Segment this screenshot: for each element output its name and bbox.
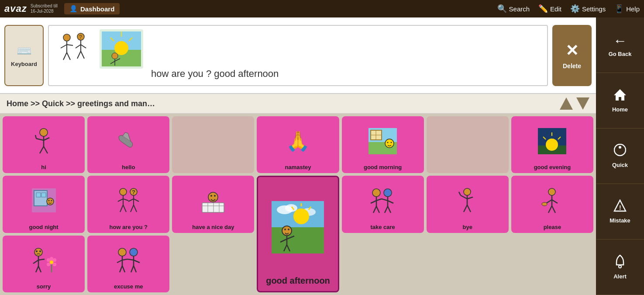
svg-line-63 xyxy=(134,205,137,212)
svg-line-111 xyxy=(552,200,558,203)
alert-icon xyxy=(614,254,626,271)
word-cell-please[interactable]: please xyxy=(511,176,593,233)
good-evening-label: good evening xyxy=(534,164,571,170)
settings-icon: ⚙️ xyxy=(570,4,580,14)
settings-nav-item[interactable]: ⚙️ Settings xyxy=(570,4,606,14)
svg-point-49 xyxy=(48,200,49,201)
svg-point-131 xyxy=(118,248,126,256)
subscribed-date: 16-Jul-2028 xyxy=(31,9,58,14)
svg-line-94 xyxy=(376,206,379,213)
svg-line-112 xyxy=(548,206,552,213)
edit-label: Edit xyxy=(550,5,561,13)
good-morning-label: good morning xyxy=(364,164,402,170)
main-layout: ⌨️ Keyboard xyxy=(0,17,644,295)
svg-line-100 xyxy=(388,206,391,213)
svg-point-124 xyxy=(50,257,53,260)
word-cell-how-are-you[interactable]: ? how are you ? xyxy=(87,176,169,233)
good-afternoon-expanded-label: good afternoon xyxy=(266,276,330,286)
svg-point-128 xyxy=(47,263,50,266)
word-cell-good-evening[interactable]: good evening xyxy=(511,116,593,173)
sorry-label: sorry xyxy=(37,283,51,290)
svg-line-93 xyxy=(373,206,376,213)
keyboard-icon: ⌨️ xyxy=(17,44,32,58)
sentence-bar: ⌨️ Keyboard xyxy=(0,17,596,94)
svg-line-121 xyxy=(36,266,38,272)
go-back-button[interactable]: ← Go Back xyxy=(596,17,644,73)
mistake-icon: ! xyxy=(613,199,627,215)
search-nav-item[interactable]: 🔍 Search xyxy=(497,4,530,14)
word-cell-excuse-me[interactable]: excuse me xyxy=(87,236,169,292)
hello-icon xyxy=(89,119,168,163)
scroll-down-arrow[interactable] xyxy=(576,97,589,110)
right-sidebar: ← Go Back Home Quick xyxy=(596,17,644,295)
top-bar: avaz Subscribed till 16-Jul-2028 👤 Dashb… xyxy=(0,0,644,17)
svg-line-97 xyxy=(382,199,388,201)
svg-line-105 xyxy=(467,197,473,199)
svg-rect-46 xyxy=(36,193,41,197)
svg-point-115 xyxy=(34,248,42,256)
word-cell-hi[interactable]: hi xyxy=(3,116,85,173)
svg-point-114 xyxy=(542,202,547,206)
svg-marker-143 xyxy=(614,89,626,101)
quick-button[interactable]: Quick xyxy=(596,128,644,184)
word-cell-sorry[interactable]: sorry xyxy=(3,236,85,292)
word-cell-hello[interactable]: hello xyxy=(87,116,169,173)
svg-line-56 xyxy=(123,205,126,212)
svg-line-140 xyxy=(134,260,140,263)
home-label: Home xyxy=(612,106,628,113)
good-afternoon-expanded-icon xyxy=(260,180,336,275)
sorry-icon xyxy=(4,238,83,282)
scroll-up-arrow[interactable] xyxy=(560,97,573,110)
word-cell-good-morning[interactable]: good morning xyxy=(342,116,424,173)
svg-point-101 xyxy=(464,188,471,195)
word-cell-take-care[interactable]: take care xyxy=(342,176,424,233)
svg-line-142 xyxy=(134,266,136,272)
svg-point-69 xyxy=(293,208,309,224)
mistake-button[interactable]: ! Mistake xyxy=(596,184,644,239)
alert-button[interactable]: Alert xyxy=(596,239,644,295)
edit-icon: ✏️ xyxy=(538,4,548,14)
svg-line-133 xyxy=(117,260,122,263)
svg-point-144 xyxy=(614,144,626,156)
svg-text:?: ? xyxy=(79,34,82,40)
svg-line-4 xyxy=(63,52,67,60)
svg-line-134 xyxy=(122,259,127,260)
svg-point-127 xyxy=(47,258,50,262)
sentence-area[interactable]: ? xyxy=(48,25,548,86)
good-night-icon xyxy=(4,178,83,222)
svg-point-35 xyxy=(385,139,394,148)
word-cell-bye[interactable]: bye xyxy=(427,176,509,233)
svg-line-122 xyxy=(38,266,41,272)
svg-line-3 xyxy=(67,45,73,45)
svg-line-141 xyxy=(131,266,134,272)
svg-point-15 xyxy=(114,41,128,55)
svg-line-60 xyxy=(128,199,134,201)
word-cell-good-afternoon-expanded[interactable]: good afternoon xyxy=(257,176,339,292)
mistake-label: Mistake xyxy=(610,217,630,224)
svg-point-37 xyxy=(391,142,392,143)
home-button[interactable]: Home xyxy=(596,73,644,128)
svg-rect-64 xyxy=(272,225,324,253)
keyboard-button[interactable]: ⌨️ Keyboard xyxy=(4,25,44,86)
dashboard-button[interactable]: 👤 Dashboard xyxy=(64,3,120,14)
bye-icon xyxy=(428,178,507,222)
edit-nav-item[interactable]: ✏️ Edit xyxy=(538,4,561,14)
excuse-me-label: excuse me xyxy=(114,283,143,290)
word-cell-good-night[interactable]: good night xyxy=(3,176,85,233)
delete-button[interactable]: ✕ Delete xyxy=(552,25,592,86)
left-panel: ⌨️ Keyboard xyxy=(0,17,596,295)
breadcrumb: Home >> Quick >> greetings and man… xyxy=(7,99,155,108)
take-care-icon xyxy=(344,178,422,222)
svg-point-126 xyxy=(53,263,56,266)
help-nav-item[interactable]: 📱 Help xyxy=(614,4,640,14)
word-cell-empty2 xyxy=(427,116,509,173)
svg-rect-84 xyxy=(202,203,224,212)
svg-line-107 xyxy=(467,205,471,212)
svg-line-120 xyxy=(38,259,45,260)
excuse-me-icon xyxy=(89,238,168,282)
svg-point-108 xyxy=(548,188,555,195)
word-cell-namastey[interactable]: 🙏 namastey xyxy=(257,116,339,173)
word-cell-have-a-nice-day[interactable]: have a nice day xyxy=(172,176,254,233)
word-cell-empty1 xyxy=(172,116,254,173)
svg-line-119 xyxy=(33,260,38,264)
